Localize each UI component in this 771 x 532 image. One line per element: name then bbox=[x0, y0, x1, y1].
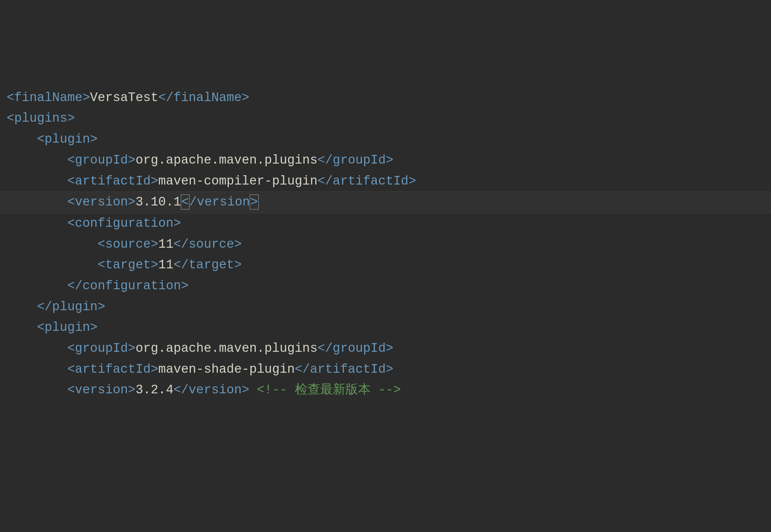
xml-tag-open: <finalName> bbox=[7, 90, 90, 105]
code-line-active: <version>3.10.1</version> bbox=[0, 192, 771, 213]
xml-text: 11 bbox=[158, 258, 174, 272]
xml-comment: <!-- 检查最新版本 --> bbox=[257, 383, 401, 397]
code-line: <artifactId>maven-shade-plugin</artifact… bbox=[7, 359, 764, 380]
xml-tag-open: <configuration> bbox=[67, 216, 181, 230]
xml-tag-open: <groupId> bbox=[67, 153, 135, 167]
xml-text: 3.10.1 bbox=[136, 195, 181, 209]
xml-text: 11 bbox=[158, 237, 174, 251]
xml-text: maven-compiler-plugin bbox=[158, 174, 318, 188]
xml-tag-open: <version> bbox=[67, 195, 135, 209]
code-line: </plugin> bbox=[7, 297, 764, 318]
code-line: <finalName>VersaTest</finalName> bbox=[7, 87, 764, 108]
code-line: <version>3.2.4</version> <!-- 检查最新版本 --> bbox=[7, 380, 764, 401]
xml-tag-open: <target> bbox=[98, 258, 158, 272]
code-line: <target>11</target> bbox=[7, 255, 764, 276]
xml-text: org.apache.maven.plugins bbox=[136, 153, 318, 167]
xml-text: org.apache.maven.plugins bbox=[136, 341, 318, 355]
xml-text: maven-shade-plugin bbox=[158, 362, 295, 376]
cursor-bracket: < bbox=[181, 195, 190, 209]
xml-tag-open: <plugin> bbox=[37, 320, 97, 334]
xml-tag-open: <plugins> bbox=[7, 111, 75, 125]
code-line: <source>11</source> bbox=[7, 234, 764, 255]
code-line: <configuration> bbox=[7, 213, 764, 234]
code-line: <artifactId>maven-compiler-plugin</artif… bbox=[7, 171, 764, 192]
xml-tag-close: /version bbox=[189, 195, 250, 209]
code-line: <groupId>org.apache.maven.plugins</group… bbox=[7, 150, 764, 171]
xml-text: VersaTest bbox=[90, 90, 158, 105]
xml-tag-close: </artifactId> bbox=[295, 362, 393, 376]
xml-tag-close: </groupId> bbox=[318, 341, 393, 355]
xml-tag-close: </groupId> bbox=[318, 153, 393, 167]
code-line: <plugin> bbox=[7, 129, 764, 150]
xml-text: 3.2.4 bbox=[136, 383, 174, 397]
xml-tag-open: <plugin> bbox=[37, 132, 97, 146]
xml-tag-open: <groupId> bbox=[67, 341, 135, 355]
xml-tag-close: </artifactId> bbox=[318, 174, 416, 188]
xml-tag-close: </source> bbox=[174, 237, 242, 251]
xml-tag-open: <version> bbox=[67, 383, 135, 397]
xml-tag-close: </finalName> bbox=[158, 90, 249, 105]
xml-tag-close: </version> bbox=[174, 383, 249, 397]
xml-tag-open: <artifactId> bbox=[67, 174, 158, 188]
code-line: <plugins> bbox=[7, 108, 764, 129]
code-line: <groupId>org.apache.maven.plugins</group… bbox=[7, 338, 764, 359]
code-editor[interactable]: <finalName>VersaTest</finalName><plugins… bbox=[7, 87, 764, 401]
xml-tag-open: <source> bbox=[98, 237, 158, 251]
xml-tag-close: </target> bbox=[174, 258, 242, 272]
xml-tag-close: </plugin> bbox=[37, 300, 105, 314]
cursor-bracket: > bbox=[250, 195, 259, 209]
xml-tag-close: </configuration> bbox=[67, 279, 189, 293]
code-line: </configuration> bbox=[7, 276, 764, 297]
code-line: <plugin> bbox=[7, 317, 764, 338]
xml-tag-open: <artifactId> bbox=[67, 362, 158, 376]
